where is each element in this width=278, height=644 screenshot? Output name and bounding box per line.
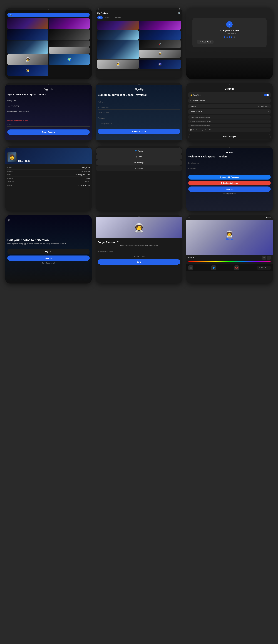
- forgot-email-field[interactable]: [98, 249, 180, 254]
- signup2-phone-input[interactable]: [98, 106, 180, 108]
- action-btn-3[interactable]: ⭕: [234, 265, 239, 270]
- onboard-forgot-link[interactable]: Forgot password?: [7, 262, 90, 264]
- phone-field[interactable]: +44 224 346 75: [7, 104, 90, 108]
- action-btn-1[interactable]: ⬛: [188, 265, 193, 270]
- signup2-email-input[interactable]: [98, 112, 180, 114]
- facebook-login-button[interactable]: f Login with Facebook: [188, 175, 271, 180]
- photo-5[interactable]: [7, 40, 48, 54]
- font-bold-button[interactable]: B: [262, 256, 266, 260]
- name-field[interactable]: Hillary Gold: [7, 98, 90, 103]
- facebook-link[interactable]: f https://www.facebook.com/hill...: [188, 115, 271, 119]
- password-input[interactable]: ••••••: [7, 116, 90, 118]
- text-overlay[interactable]: Hello: [226, 238, 233, 251]
- profile-phone-row: Phone +1 541 754 3010: [7, 184, 90, 187]
- name-key: Name: [7, 167, 12, 168]
- try-another-link[interactable]: Try another way: [98, 255, 180, 257]
- forgot-password-link[interactable]: Forgot password?: [188, 193, 271, 195]
- google-login-button[interactable]: G Login with Google: [188, 180, 271, 186]
- gallery-photo-8[interactable]: 🧑‍🚀: [97, 60, 139, 69]
- snapchat-link[interactable]: 👻 https://www.snapchat.com/hil...: [188, 128, 271, 132]
- photo-4[interactable]: [49, 30, 90, 40]
- search-input[interactable]: Spaceman: [13, 14, 88, 16]
- gallery-photo-2[interactable]: [139, 21, 181, 30]
- share-label: Share Photo: [202, 41, 211, 43]
- create-account-button[interactable]: Create Account: [7, 130, 90, 135]
- signup2-confirm-input[interactable]: [98, 122, 180, 124]
- signin-button[interactable]: Sign In: [188, 186, 271, 192]
- editor-done-button[interactable]: Done: [266, 217, 271, 219]
- dark-mode-toggle[interactable]: [264, 94, 269, 96]
- tab-recent[interactable]: Recent: [104, 16, 112, 19]
- report-row[interactable]: Report an Issue ●: [188, 109, 271, 114]
- profile-button[interactable]: 👤 Profile: [96, 148, 182, 154]
- email-field[interactable]: vortex@darkuniverse.space: [7, 109, 90, 114]
- password-field[interactable]: ••••••: [7, 114, 90, 119]
- forgot-hero-image: 🧑‍🚀: [96, 217, 182, 238]
- forgot-email-input[interactable]: [98, 250, 180, 252]
- signup2-name[interactable]: [98, 100, 180, 104]
- location-row[interactable]: Location On My Phone ›: [188, 104, 271, 108]
- share-button[interactable]: ↗ Share Photo: [197, 40, 214, 44]
- editor-phone: Done 🧑‍🚀 Hello Default B I ⬛ 🔷 ⭕ + ADD T…: [186, 215, 273, 284]
- confirm-password-field[interactable]: [7, 122, 90, 126]
- astronaut-image: 🧑‍🚀: [225, 230, 233, 238]
- editor-toolbar: Default B I: [186, 254, 273, 264]
- color-picker[interactable]: [188, 260, 271, 262]
- gallery-photo-5[interactable]: [97, 40, 139, 59]
- font-italic-button[interactable]: I: [267, 256, 271, 260]
- name-input[interactable]: Hillary Gold: [7, 100, 90, 102]
- signin-title: Sign In: [188, 151, 271, 154]
- email-input[interactable]: vortex@darkuniverse.space: [7, 110, 90, 112]
- photo-3[interactable]: [49, 18, 90, 29]
- onboard-signup-button[interactable]: Sign Up: [7, 249, 90, 254]
- gallery-search-icon[interactable]: 🔍: [178, 12, 181, 14]
- app-logo: ❄: [7, 218, 90, 223]
- onboard-signin-button[interactable]: Sign In: [7, 256, 90, 261]
- settings-button[interactable]: ⚙ Settings: [96, 160, 182, 166]
- signin-email-input[interactable]: [188, 162, 271, 164]
- signup2-confirm[interactable]: [98, 121, 180, 126]
- signup2-password-input[interactable]: [98, 117, 180, 119]
- edit-icon[interactable]: ✎: [88, 146, 90, 148]
- phone-input[interactable]: +44 224 346 75: [7, 105, 90, 107]
- signin-password-field[interactable]: [188, 166, 271, 171]
- gallery-photo-4[interactable]: [139, 30, 181, 40]
- photo-9[interactable]: 🌍: [49, 54, 90, 65]
- search-bar[interactable]: 🔍 Spaceman: [7, 12, 90, 17]
- signup2-password[interactable]: [98, 116, 180, 120]
- signup2-create-button[interactable]: Create Account: [98, 129, 180, 134]
- photo-7[interactable]: [49, 47, 90, 54]
- save-changes-button[interactable]: Save Changes: [188, 134, 271, 140]
- photo-1[interactable]: [7, 18, 48, 29]
- signup2-phone[interactable]: [98, 105, 180, 110]
- photo-6[interactable]: [49, 40, 90, 47]
- signup2-name-input[interactable]: [98, 101, 180, 103]
- tab-favorites[interactable]: Favorites: [113, 16, 123, 19]
- signin-password-input[interactable]: [188, 168, 271, 170]
- photo-10[interactable]: 🧑‍🚀: [7, 65, 48, 76]
- settings-btn-label: Settings: [137, 162, 144, 164]
- photo-8[interactable]: 🧑‍🚀: [7, 54, 48, 65]
- signup2-email[interactable]: [98, 110, 180, 115]
- photo-2[interactable]: [7, 30, 48, 40]
- forgot-content: Forgot Password? Enter the email address…: [96, 238, 182, 267]
- gallery-photo-1[interactable]: [97, 21, 139, 30]
- instagram-link[interactable]: ◎ https://www.instagram.com/hil...: [188, 120, 271, 123]
- tab-all[interactable]: All: [97, 16, 103, 19]
- gallery-photo-9[interactable]: 🌌: [139, 60, 181, 69]
- gallery-photo-7[interactable]: 🧑‍🚀: [139, 50, 181, 58]
- logout-icon: ↩: [135, 167, 136, 170]
- dot-5: [233, 36, 235, 38]
- profile-name: Hillary Gold: [18, 160, 30, 162]
- close-icon[interactable]: ✕: [179, 146, 180, 148]
- pinterest-link[interactable]: P https://www.pinterest.com/hil...: [188, 124, 271, 128]
- gallery-photo-6[interactable]: 🚀: [139, 40, 181, 48]
- confirm-password-input[interactable]: [7, 123, 90, 125]
- signin-email-field[interactable]: [188, 161, 271, 165]
- faq-button[interactable]: ℹ FAQ: [96, 154, 182, 160]
- add-text-button[interactable]: + ADD TEXT: [257, 266, 271, 270]
- gallery-photo-3[interactable]: [97, 30, 139, 40]
- logout-button[interactable]: ↩ Logout: [96, 166, 182, 171]
- send-button[interactable]: Send: [98, 259, 180, 264]
- action-btn-2[interactable]: 🔷: [211, 265, 216, 270]
